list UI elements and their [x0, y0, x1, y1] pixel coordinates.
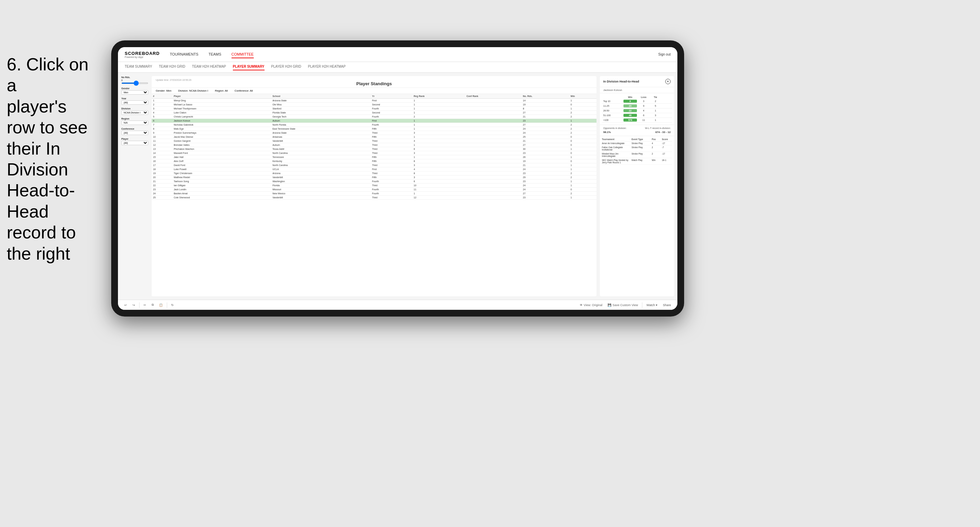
table-row[interactable]: 10 Jacob Mac Dieese Arkansas Fifth 1 25 …	[152, 135, 597, 139]
division-select[interactable]: NCAA Division I	[121, 110, 148, 115]
region-select[interactable]: N/A	[121, 121, 148, 125]
gender-select[interactable]: Men	[121, 90, 148, 95]
cell-conf-rank	[465, 163, 521, 167]
table-row[interactable]: 16 Alex Goff Kentucky Fifth 8 19 0	[152, 159, 597, 163]
cell-no-rds: 30	[522, 147, 570, 151]
table-row[interactable]: 6 Jackson Koivun Auburn First 1 23 1	[152, 119, 597, 123]
table-row[interactable]: 15 Jake Hall Tennessee Fifth 1 26 1	[152, 155, 597, 159]
table-row[interactable]: 5 Christo Lamprecht Georgia Tech Fourth …	[152, 115, 597, 119]
sub-nav-team-h2h-grid[interactable]: TEAM H2H GRID	[159, 64, 185, 70]
table-row[interactable]: 12 Brendan Valles Auburn Third 1 27 0	[152, 143, 597, 147]
year-select[interactable]: (All)	[121, 100, 148, 105]
table-row[interactable]: 25 Cole Sherwood Vanderbilt Third 12 23 …	[152, 196, 597, 200]
h2h-tie-cell: 1	[651, 119, 660, 121]
cell-reg-rank: 3	[412, 163, 465, 167]
cell-rank: 18	[152, 167, 172, 171]
instruction-text: 6. Click on a player's row to see their …	[0, 47, 105, 271]
cell-school: Florida State	[271, 111, 371, 115]
tourn-type: Stroke Play	[632, 146, 652, 151]
redo-button[interactable]: ↪	[131, 303, 137, 308]
cell-conf-rank	[465, 147, 521, 151]
cell-reg-rank: 1	[412, 98, 465, 103]
table-row[interactable]: 4 Luke Claton Florida State Second 1 27 …	[152, 111, 597, 115]
table-row[interactable]: 19 Tiger Christensen Arizona Third 8 23 …	[152, 171, 597, 175]
no-rds-slider[interactable]	[121, 83, 148, 84]
h2h-row: 51-100 46 6 3	[602, 113, 672, 118]
cell-rank: 19	[152, 171, 172, 175]
cell-yr: Third	[371, 143, 412, 147]
refresh-button[interactable]: ↻	[170, 303, 175, 308]
cell-win: 0	[569, 139, 597, 143]
table-row[interactable]: 13 Phichaksn Maichon Texas A&M Third 6 3…	[152, 147, 597, 151]
table-row[interactable]: 1 Wenyi Ding Arizona State First 1 14 1	[152, 98, 597, 103]
table-row[interactable]: 22 Ian Gilligan Florida Third 10 24 1	[152, 184, 597, 187]
table-row[interactable]: 23 Jack Lundin Missouri Fourth 11 24 0	[152, 187, 597, 192]
watch-button[interactable]: Watch ▾	[645, 303, 659, 308]
table-row[interactable]: 2 Michael La Sasso Ole Miss Second 1 19 …	[152, 103, 597, 107]
save-custom-button[interactable]: 💾 Save Custom View	[606, 303, 639, 308]
cell-no-rds: 27	[522, 143, 570, 147]
cell-reg-rank: 10	[412, 184, 465, 187]
nav-teams[interactable]: TEAMS	[208, 51, 221, 58]
cell-reg-rank: 1	[412, 103, 465, 107]
player-filter: Player (All)	[121, 138, 148, 145]
nav-items: TOURNAMENTS TEAMS COMMITTEE	[170, 51, 658, 58]
cell-school: Auburn	[271, 143, 371, 147]
nav-committee[interactable]: COMMITTEE	[232, 51, 254, 58]
table-row[interactable]: 17 David Ford North Carolina Third 3 21 …	[152, 163, 597, 167]
sub-nav-player-h2h-heatmap[interactable]: PLAYER H2H HEATMAP	[308, 64, 346, 70]
cell-win: 0	[569, 159, 597, 163]
table-row[interactable]: 20 Matthew Riedel Vanderbilt Fifth 3 29 …	[152, 175, 597, 179]
table-row[interactable]: 8 Mats Ege East Tennessee State Fifth 1 …	[152, 127, 597, 131]
table-row[interactable]: 11 Gordon Sargent Vanderbilt Third 4 21 …	[152, 139, 597, 143]
table-row[interactable]: 3 Michael Thorbjornsen Stanford Fourth 1…	[152, 107, 597, 111]
gender-filter: Gender Men	[121, 87, 148, 95]
conference-select[interactable]: (All)	[121, 131, 148, 135]
copy-button[interactable]: ⧉	[150, 302, 155, 308]
cell-school: North Carolina	[271, 163, 371, 167]
cell-rank: 3	[152, 107, 172, 111]
cell-no-rds: 8	[522, 107, 570, 111]
cell-reg-rank: 3	[412, 131, 465, 135]
table-row[interactable]: 7 Nicholas Gabrelcik North Florida Fourt…	[152, 123, 597, 127]
cell-school: Tennessee	[271, 155, 371, 159]
sign-out-link[interactable]: Sign out	[658, 52, 671, 56]
sub-nav-player-summary[interactable]: PLAYER SUMMARY	[233, 64, 264, 70]
nav-tournaments[interactable]: TOURNAMENTS	[170, 51, 199, 58]
paste-button[interactable]: 📋	[158, 303, 164, 308]
cell-rank: 9	[152, 131, 172, 135]
cell-player: Maxwell Ford	[172, 151, 271, 155]
cell-rank: 25	[152, 196, 172, 200]
table-row[interactable]: 14 Maxwell Ford North Carolina Third 3 2…	[152, 151, 597, 155]
cell-yr: First	[371, 167, 412, 171]
h2h-close-button[interactable]: ✕	[665, 79, 671, 84]
cell-no-rds: 24	[522, 167, 570, 171]
cell-win: 1	[569, 119, 597, 123]
view-original-button[interactable]: 👁 View: Original	[578, 303, 604, 308]
filter-conference: Conference: All	[235, 89, 253, 92]
cell-no-rds: 21	[522, 115, 570, 119]
cell-conf-rank	[465, 139, 521, 143]
cell-school: North Florida	[271, 123, 371, 127]
h2h-tie-cell: 1	[651, 110, 660, 112]
table-row[interactable]: 18 Luke Powell UCLA First 4 24 1	[152, 167, 597, 171]
undo-button[interactable]: ↩	[123, 303, 129, 308]
cell-no-rds: 24	[522, 184, 570, 187]
sub-nav-team-summary[interactable]: TEAM SUMMARY	[125, 64, 152, 70]
cell-yr: Fourth	[371, 115, 412, 119]
share-button[interactable]: Share	[662, 303, 672, 308]
table-row[interactable]: 24 Bastien Amat New Mexico Fourth 1 27 2	[152, 192, 597, 196]
cell-win: 1	[569, 167, 597, 171]
cell-no-rds: 14	[522, 98, 570, 103]
h2h-loss-cell: 11	[637, 119, 651, 121]
cell-yr: Fifth	[371, 127, 412, 131]
table-row[interactable]: 9 Preston Summerhays Arizona State Third…	[152, 131, 597, 135]
table-row[interactable]: 21 Taehoon Song Washington Fourth 6 23 1	[152, 179, 597, 184]
cell-conf-rank	[465, 98, 521, 103]
sub-nav-team-h2h-heatmap[interactable]: TEAM H2H HEATMAP	[192, 64, 226, 70]
cell-yr: Fourth	[371, 179, 412, 184]
sub-nav-player-h2h-grid[interactable]: PLAYER H2H GRID	[271, 64, 301, 70]
scissors-button[interactable]: ✂	[142, 303, 148, 308]
cell-player: Luke Powell	[172, 167, 271, 171]
player-select[interactable]: (All)	[121, 141, 148, 145]
